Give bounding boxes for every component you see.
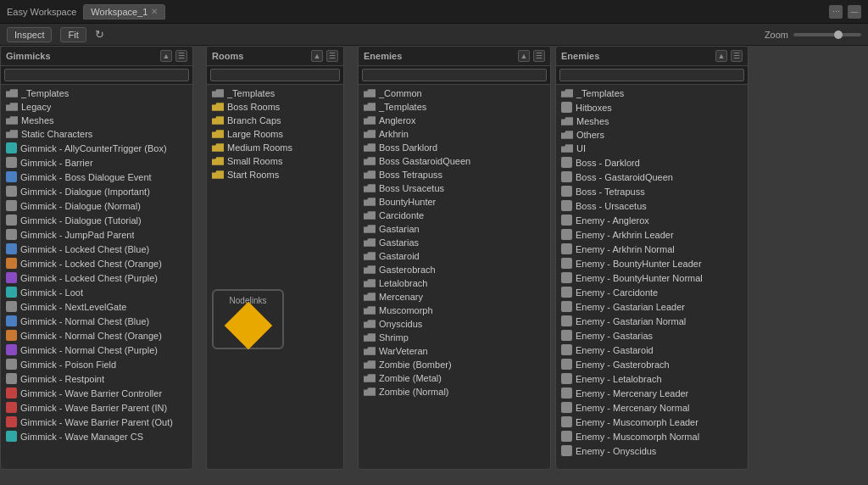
list-item[interactable]: Gastarias (359, 236, 550, 249)
panel-scroll-up-icon[interactable]: ▲ (311, 50, 323, 62)
list-item[interactable]: Carcidonte (359, 209, 550, 222)
list-item[interactable]: Onyscidus (359, 317, 550, 331)
list-item[interactable]: _Templates (207, 86, 343, 100)
list-item[interactable]: Enemy - Arkhrin Leader (556, 227, 748, 242)
search-input-rooms[interactable] (210, 69, 340, 81)
panel-scroll-up-icon[interactable]: ▲ (715, 50, 727, 62)
list-item[interactable]: Enemy - Gastaroid (556, 343, 748, 357)
list-item[interactable]: Gimmick - Loot (1, 285, 192, 299)
list-item[interactable]: Gimmick - Wave Barrier Parent (Out) (1, 415, 192, 429)
list-item[interactable]: Boss Darklord (359, 141, 550, 154)
list-item[interactable]: Enemy - Muscomorph Leader (556, 415, 748, 429)
list-item[interactable]: _Templates (1, 86, 192, 100)
list-item[interactable]: _Templates (556, 86, 748, 100)
list-item[interactable]: Gimmick - Normal Chest (Blue) (1, 314, 192, 328)
list-item[interactable]: Branch Caps (207, 114, 343, 127)
list-item[interactable]: Gimmick - Dialogue (Normal) (1, 198, 192, 213)
list-item[interactable]: Legacy (1, 100, 192, 114)
list-item[interactable]: Enemy - Mercenary Normal (556, 400, 748, 415)
list-item[interactable]: Boss Ursacetus (359, 181, 550, 195)
list-item[interactable]: Gastaroid (359, 249, 550, 263)
panel-menu-icon[interactable]: ☰ (533, 50, 545, 62)
panel-menu-icon[interactable]: ☰ (175, 50, 187, 62)
minimize-icon[interactable]: — (848, 5, 861, 19)
search-input-enemies-left[interactable] (362, 69, 547, 81)
list-item[interactable]: Enemy - BountyHunter Normal (556, 270, 748, 285)
list-item[interactable]: Mercenary (359, 290, 550, 304)
list-item[interactable]: Small Rooms (207, 154, 343, 168)
list-item[interactable]: Gimmick - AllyCounterTrigger (Box) (1, 141, 192, 155)
zoom-slider[interactable] (793, 33, 861, 36)
list-item[interactable]: Gimmick - Dialogue (Tutorial) (1, 213, 192, 227)
list-item[interactable]: Enemy - Gastarian Leader (556, 299, 748, 314)
list-item[interactable]: Muscomorph (359, 304, 550, 317)
list-item[interactable]: Gimmick - Wave Manager CS (1, 429, 192, 443)
list-item[interactable]: WarVeteran (359, 344, 550, 358)
list-item[interactable]: Arkhrin (359, 127, 550, 141)
list-item[interactable]: Gastarian (359, 222, 550, 236)
search-input-enemies-right[interactable] (559, 69, 744, 81)
list-item[interactable]: Zombie (Metal) (359, 371, 550, 385)
list-item[interactable]: Boss - Tetrapuss (556, 184, 748, 198)
list-item[interactable]: Meshes (556, 114, 748, 128)
list-item[interactable]: Large Rooms (207, 127, 343, 141)
list-item[interactable]: Shrimp (359, 331, 550, 344)
list-item[interactable]: Gimmick - Normal Chest (Purple) (1, 343, 192, 357)
tab-close-icon[interactable]: ✕ (151, 7, 158, 16)
list-item[interactable]: Start Rooms (207, 168, 343, 181)
list-item[interactable]: Enemy - Carcidonte (556, 285, 748, 299)
list-item[interactable]: Boss Rooms (207, 100, 343, 114)
list-item[interactable]: Boss GastaroidQueen (359, 154, 550, 168)
list-item[interactable]: Gasterobrach (359, 263, 550, 276)
list-item[interactable]: Enemy - Gastarian Normal (556, 314, 748, 328)
list-item[interactable]: Gimmick - Wave Barrier Parent (IN) (1, 400, 192, 415)
list-item[interactable]: Boss - Ursacetus (556, 198, 748, 213)
panel-menu-icon[interactable]: ☰ (326, 50, 338, 62)
list-item[interactable]: Gimmick - Dialogue (Important) (1, 184, 192, 198)
list-item[interactable]: Hitboxes (556, 100, 748, 114)
list-item[interactable]: _Common (359, 86, 550, 100)
list-item[interactable]: Gimmick - Locked Chest (Orange) (1, 256, 192, 270)
list-item[interactable]: Static Characters (1, 127, 192, 141)
list-item[interactable]: Boss - Darklord (556, 155, 748, 170)
search-input-gimmicks[interactable] (4, 69, 189, 81)
inspect-button[interactable]: Inspect (7, 27, 52, 42)
list-item[interactable]: Gimmick - Locked Chest (Blue) (1, 242, 192, 256)
list-item[interactable]: Enemy - Gastarias (556, 328, 748, 343)
list-item[interactable]: Gimmick - Locked Chest (Purple) (1, 270, 192, 285)
list-item[interactable]: Zombie (Normal) (359, 385, 550, 399)
list-item[interactable]: UI (556, 142, 748, 155)
list-item[interactable]: Enemy - Anglerox (556, 213, 748, 227)
panel-menu-icon[interactable]: ☰ (731, 50, 743, 62)
list-item[interactable]: Gimmick - Barrier (1, 155, 192, 170)
list-item[interactable]: Gimmick - NextLevelGate (1, 299, 192, 314)
list-item[interactable]: Medium Rooms (207, 141, 343, 154)
list-item[interactable]: Enemy - Muscomorph Normal (556, 429, 748, 443)
list-item[interactable]: Enemy - Arkhrin Normal (556, 242, 748, 256)
list-item[interactable]: Zombie (Bomber) (359, 358, 550, 371)
list-item[interactable]: Anglerox (359, 114, 550, 127)
node-box[interactable]: Nodelinks (212, 289, 284, 349)
refresh-icon[interactable]: ↻ (95, 28, 104, 41)
list-item[interactable]: Enemy - Gasterobrach (556, 357, 748, 371)
list-item[interactable]: Enemy - Onyscidus (556, 443, 748, 458)
workspace-tab[interactable]: Workspace_1 ✕ (83, 4, 165, 20)
list-item[interactable]: Gimmick - JumpPad Parent (1, 227, 192, 242)
list-item[interactable]: BountyHunter (359, 195, 550, 209)
list-item[interactable]: Boss - GastaroidQueen (556, 170, 748, 184)
list-item[interactable]: Boss Tetrapuss (359, 168, 550, 181)
list-item[interactable]: Gimmick - Normal Chest (Orange) (1, 328, 192, 343)
list-item[interactable]: Gimmick - Wave Barrier Controller (1, 386, 192, 400)
list-item[interactable]: Others (556, 128, 748, 142)
list-item[interactable]: Gimmick - Poison Field (1, 357, 192, 371)
list-item[interactable]: Gimmick - Boss Dialogue Event (1, 170, 192, 184)
list-item[interactable]: Gimmick - Restpoint (1, 371, 192, 386)
list-item[interactable]: Letalobrach (359, 276, 550, 290)
list-item[interactable]: Enemy - BountyHunter Leader (556, 256, 748, 270)
list-item[interactable]: Enemy - Mercenary Leader (556, 386, 748, 400)
panel-scroll-up-icon[interactable]: ▲ (160, 50, 172, 62)
menu-icon[interactable]: ⋯ (829, 5, 843, 19)
panel-scroll-up-icon[interactable]: ▲ (518, 50, 530, 62)
fit-button[interactable]: Fit (60, 27, 86, 42)
list-item[interactable]: Meshes (1, 114, 192, 127)
